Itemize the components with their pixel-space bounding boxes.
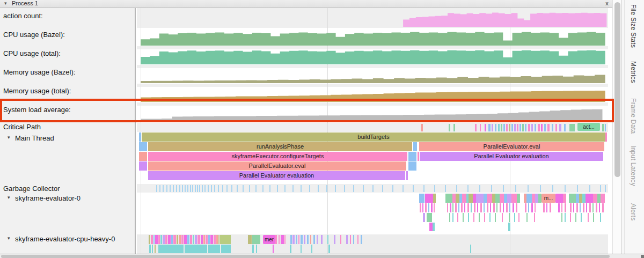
trace-slice[interactable] — [177, 235, 178, 244]
gc-tick[interactable] — [284, 185, 286, 192]
trace-slice[interactable] — [168, 235, 171, 244]
gc-tick[interactable] — [197, 185, 198, 192]
trace-slice[interactable] — [514, 213, 515, 222]
trace-slice[interactable] — [149, 245, 151, 253]
trace-slice[interactable] — [490, 203, 491, 212]
trace-slice[interactable] — [221, 245, 231, 253]
trace-slice[interactable] — [464, 203, 465, 212]
critical-path-tick[interactable] — [503, 124, 505, 131]
trace-slice[interactable] — [489, 213, 491, 222]
trace-slice[interactable] — [158, 235, 160, 244]
sidebar-item-skyframe-evaluator-0[interactable]: ▾skyframe-evaluator-0 — [1, 193, 134, 203]
gc-tick[interactable] — [301, 185, 302, 192]
trace-slice[interactable] — [181, 235, 184, 244]
gc-tick[interactable] — [565, 185, 566, 192]
critical-path-tick[interactable] — [528, 124, 530, 131]
trace-slice[interactable] — [173, 235, 176, 244]
trace-slice[interactable] — [313, 235, 315, 244]
sidebar-item-system-load-average[interactable]: System load average: — [1, 105, 134, 114]
gc-tick[interactable] — [445, 185, 446, 192]
sidebar-item-memory-usage-total[interactable]: Memory usage (total): — [1, 86, 134, 95]
trace-chip[interactable]: m... — [541, 194, 555, 203]
gc-tick[interactable] — [214, 185, 215, 192]
gc-tick[interactable] — [600, 185, 601, 192]
vertical-scrollbar-thumb[interactable] — [614, 2, 620, 177]
trace-slice[interactable] — [495, 213, 496, 222]
tab-alerts[interactable]: Alerts — [630, 203, 637, 220]
trace-slice[interactable] — [509, 203, 510, 212]
critical-path-tick[interactable] — [514, 124, 516, 131]
horizontal-scrollbar[interactable] — [0, 254, 644, 258]
trace-slice[interactable] — [583, 203, 584, 212]
gc-tick[interactable] — [577, 185, 578, 192]
gc-tick[interactable] — [159, 185, 160, 192]
trace-slice[interactable] — [495, 194, 500, 203]
gc-tick[interactable] — [335, 185, 336, 192]
trace-slice[interactable] — [197, 235, 200, 244]
trace-slice[interactable] — [216, 235, 218, 244]
trace-slice[interactable] — [195, 235, 197, 244]
trace-slice[interactable] — [434, 203, 435, 212]
trace-slice[interactable]: skyframeExecutor.configureTargets — [148, 152, 407, 161]
trace-slice[interactable] — [317, 235, 318, 244]
trace-slice[interactable] — [526, 213, 528, 222]
trace-slice[interactable] — [158, 245, 184, 253]
trace-slice[interactable] — [273, 245, 274, 253]
trace-slice[interactable] — [452, 213, 453, 222]
critical-path-tick[interactable] — [492, 124, 493, 131]
critical-path-tick[interactable] — [501, 124, 502, 131]
trace-slice[interactable] — [290, 235, 292, 244]
trace-slice[interactable] — [361, 235, 362, 244]
gc-tick[interactable] — [528, 185, 529, 192]
trace-slice[interactable] — [340, 235, 341, 244]
trace-slice[interactable] — [418, 152, 419, 161]
gc-tick[interactable] — [243, 185, 244, 192]
critical-path-tick[interactable] — [498, 124, 500, 131]
trace-slice[interactable] — [569, 194, 576, 203]
critical-path-tick[interactable] — [449, 124, 450, 131]
gc-tick[interactable] — [392, 185, 393, 192]
gc-tick[interactable] — [292, 185, 294, 192]
trace-slice[interactable] — [479, 213, 480, 222]
trace-slice[interactable] — [570, 213, 571, 222]
gc-tick[interactable] — [262, 185, 264, 192]
critical-path-tick[interactable] — [522, 124, 524, 131]
gc-tick[interactable] — [170, 185, 171, 192]
trace-slice[interactable] — [290, 245, 291, 253]
gc-tick[interactable] — [185, 185, 186, 192]
tab-file-size-stats[interactable]: File Size Stats — [630, 4, 637, 48]
trace-slice[interactable] — [467, 203, 469, 212]
critical-path-tick[interactable] — [552, 124, 553, 131]
trace-slice[interactable] — [298, 235, 299, 244]
trace-slice[interactable] — [153, 235, 155, 244]
gc-tick[interactable] — [589, 185, 590, 192]
trace-slice[interactable] — [445, 194, 452, 203]
trace-slice[interactable] — [427, 213, 432, 222]
gc-tick[interactable] — [231, 185, 232, 192]
trace-slice[interactable] — [433, 194, 436, 203]
sidebar-item-action-count[interactable]: action count: — [1, 11, 134, 20]
trace-slice[interactable] — [408, 161, 416, 171]
trace-slice[interactable] — [419, 194, 425, 203]
trace-slice[interactable] — [600, 213, 601, 222]
gc-tick[interactable] — [218, 185, 219, 192]
trace-slice[interactable] — [601, 194, 605, 203]
trace-slice[interactable] — [596, 203, 597, 212]
gc-tick[interactable] — [491, 185, 492, 192]
critical-path-tick[interactable] — [535, 124, 536, 131]
gc-tick[interactable] — [255, 185, 257, 192]
trace-slice[interactable] — [592, 203, 594, 212]
critical-path-tick[interactable] — [421, 124, 423, 131]
vertical-scrollbar[interactable] — [612, 0, 622, 254]
trace-slice[interactable] — [406, 171, 408, 180]
trace-slice[interactable] — [496, 203, 497, 212]
trace-slice[interactable] — [487, 194, 492, 203]
trace-slice[interactable] — [218, 235, 219, 244]
trace-slice[interactable] — [593, 194, 597, 203]
sidebar-item-main-thread[interactable]: ▾Main Thread — [1, 133, 134, 143]
trace-slice[interactable] — [517, 194, 520, 203]
critical-path-tick[interactable] — [509, 124, 510, 131]
trace-slice[interactable] — [531, 203, 533, 212]
trace-slice[interactable] — [353, 235, 354, 244]
gc-tick[interactable] — [249, 185, 250, 192]
